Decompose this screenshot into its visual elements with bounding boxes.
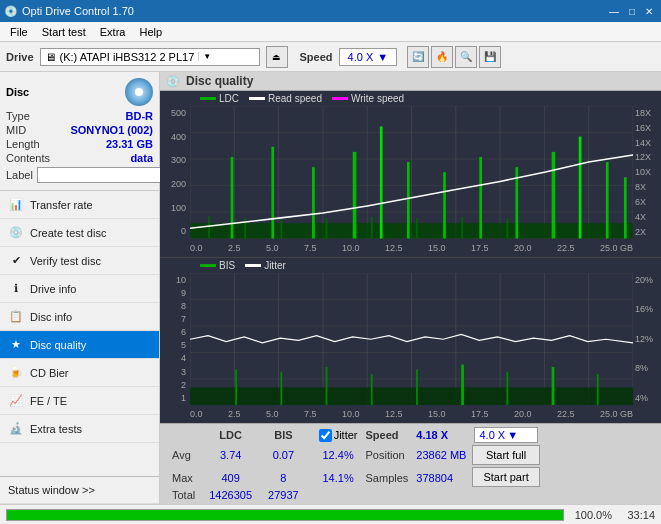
- menu-help[interactable]: Help: [133, 24, 168, 40]
- start-full-button[interactable]: Start full: [472, 445, 539, 465]
- menu-start-test[interactable]: Start test: [36, 24, 92, 40]
- progress-bar-container: 100.0% 33:14: [0, 504, 661, 524]
- svg-rect-31: [208, 216, 210, 238]
- verify-test-disc-icon: ✔: [8, 253, 24, 269]
- sidebar-item-cd-bier[interactable]: 🍺 CD Bier: [0, 359, 159, 387]
- stats-speed-header: Speed: [362, 427, 413, 443]
- drive-icon: 🖥: [45, 51, 56, 63]
- speed-value: 4.0 X: [348, 51, 374, 63]
- verify-test-disc-label: Verify test disc: [30, 255, 151, 267]
- create-test-disc-label: Create test disc: [30, 227, 151, 239]
- stats-table: LDC BIS Jitter Speed 4.18 X 4.0 X: [166, 427, 542, 501]
- stats-total-label: Total: [166, 489, 201, 501]
- speed-selector[interactable]: 4.0 X ▼: [339, 48, 398, 66]
- chart2-y-r-4: 4%: [635, 393, 661, 403]
- sidebar-item-transfer-rate[interactable]: 📊 Transfer rate: [0, 191, 159, 219]
- scan-button[interactable]: 🔍: [455, 46, 477, 68]
- disc-mid-row: MID SONYNO1 (002): [6, 124, 153, 136]
- eject-button[interactable]: ⏏: [266, 46, 288, 68]
- maximize-button[interactable]: □: [625, 5, 639, 18]
- disc-label-input[interactable]: [37, 167, 170, 183]
- svg-rect-63: [506, 371, 508, 405]
- svg-rect-23: [407, 162, 410, 238]
- legend-ldc-label: LDC: [219, 93, 239, 104]
- stats-speed-selector[interactable]: 4.0 X ▼: [474, 427, 537, 443]
- svg-rect-62: [461, 364, 464, 405]
- sidebar-item-disc-info[interactable]: 📋 Disc info: [0, 303, 159, 331]
- sidebar-item-verify-test-disc[interactable]: ✔ Verify test disc: [0, 247, 159, 275]
- svg-rect-27: [552, 152, 556, 239]
- burn-button[interactable]: 🔥: [431, 46, 453, 68]
- cd-bier-icon: 🍺: [8, 365, 24, 381]
- sidebar-item-drive-info[interactable]: ℹ Drive info: [0, 275, 159, 303]
- svg-rect-20: [312, 167, 315, 238]
- close-button[interactable]: ✕: [641, 5, 657, 18]
- jitter-label: Jitter: [334, 429, 358, 441]
- disc-contents-row: Contents data: [6, 152, 153, 164]
- sidebar-item-disc-quality[interactable]: ★ Disc quality: [0, 331, 159, 359]
- sidebar-item-create-test-disc[interactable]: 💿 Create test disc: [0, 219, 159, 247]
- stats-speed-dropdown-arrow: ▼: [507, 429, 518, 441]
- drive-toolbar: 🔄 🔥 🔍 💾: [407, 46, 501, 68]
- chart2-x-15: 15.0: [428, 409, 446, 419]
- svg-rect-36: [416, 218, 418, 238]
- stats-speed-value: 4.18 X: [412, 427, 470, 443]
- chart2-svg: [190, 273, 633, 406]
- chart2-y-axis-right: 20% 16% 12% 8% 4%: [635, 273, 661, 406]
- svg-rect-33: [280, 217, 282, 238]
- chart1-svg: [190, 106, 633, 239]
- start-part-button[interactable]: Start part: [472, 467, 539, 487]
- chart1-y-500: 500: [160, 108, 188, 118]
- svg-rect-58: [280, 371, 282, 405]
- sidebar-item-fe-te[interactable]: 📈 FE / TE: [0, 387, 159, 415]
- refresh-button[interactable]: 🔄: [407, 46, 429, 68]
- stats-max-bis: 8: [260, 466, 307, 489]
- menu-bar: File Start test Extra Help: [0, 22, 661, 42]
- drive-selector[interactable]: 🖥 (K:) ATAPI iHBS312 2 PL17 ▼: [40, 48, 260, 66]
- jitter-checkbox[interactable]: [319, 429, 332, 442]
- disc-title: Disc: [6, 86, 29, 98]
- chart1-x-2_5: 2.5: [228, 243, 241, 253]
- nav-items: 📊 Transfer rate 💿 Create test disc ✔ Ver…: [0, 191, 159, 476]
- app-icon: 💿: [4, 5, 18, 18]
- chart1-y-r-8: 8X: [635, 182, 661, 192]
- chart2-x-5: 5.0: [266, 409, 279, 419]
- stats-avg-label: Avg: [166, 443, 201, 466]
- chart1-x-25: 25.0 GB: [600, 243, 633, 253]
- legend-read-speed-color: [249, 97, 265, 100]
- chart1-svg-container: 500 400 300 200 100 0 18X 16X 14X 12X 10…: [160, 106, 661, 257]
- cd-bier-label: CD Bier: [30, 367, 151, 379]
- legend-jitter-label: Jitter: [264, 260, 286, 271]
- jitter-checkbox-label[interactable]: Jitter: [319, 429, 358, 442]
- svg-rect-59: [326, 366, 328, 405]
- chart2-y-r-12: 12%: [635, 334, 661, 344]
- menu-file[interactable]: File: [4, 24, 34, 40]
- svg-rect-25: [479, 157, 482, 239]
- chart-header-icon: 💿: [166, 75, 180, 88]
- chart2-y-r-8: 8%: [635, 363, 661, 373]
- chart1-x-10: 10.0: [342, 243, 360, 253]
- stats-max-ldc: 409: [201, 466, 260, 489]
- speed-dropdown-arrow: ▼: [377, 51, 388, 63]
- disc-type-value: BD-R: [126, 110, 154, 122]
- sidebar-item-extra-tests[interactable]: 🔬 Extra tests: [0, 415, 159, 443]
- sidebar-item-status-window[interactable]: Status window >>: [0, 476, 159, 504]
- svg-rect-64: [552, 366, 555, 405]
- stats-speed-combo-value: 4.0 X: [479, 429, 505, 441]
- speed-label: Speed: [300, 51, 333, 63]
- stats-avg-ldc: 3.74: [201, 443, 260, 466]
- chart2-x-20: 20.0: [514, 409, 532, 419]
- legend-bis: BIS: [200, 260, 235, 271]
- chart1-y-r-4: 4X: [635, 212, 661, 222]
- legend-ldc: LDC: [200, 93, 239, 104]
- chart1-x-12_5: 12.5: [385, 243, 403, 253]
- transfer-rate-label: Transfer rate: [30, 199, 151, 211]
- menu-extra[interactable]: Extra: [94, 24, 132, 40]
- minimize-button[interactable]: —: [605, 5, 623, 18]
- svg-rect-19: [271, 147, 274, 239]
- chart2-x-22_5: 22.5: [557, 409, 575, 419]
- chart2-x-2_5: 2.5: [228, 409, 241, 419]
- save-button[interactable]: 💾: [479, 46, 501, 68]
- svg-rect-34: [326, 218, 328, 238]
- stats-bis-header: BIS: [260, 427, 307, 443]
